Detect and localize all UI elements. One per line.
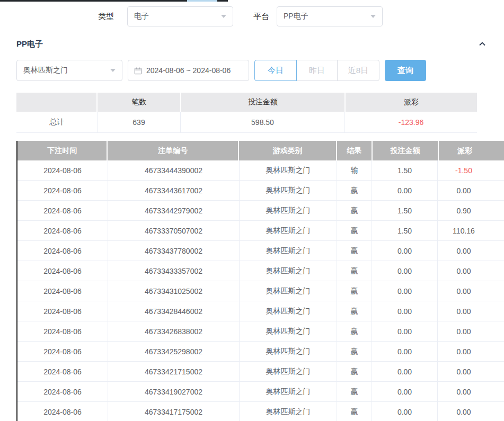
cell-game-type: 奥林匹斯之门 xyxy=(239,362,337,381)
summary-header-payout: 派彩 xyxy=(346,93,477,112)
cell-result: 赢 xyxy=(337,342,372,361)
cell-order-no: 46733437780002 xyxy=(108,241,239,261)
date-range-picker[interactable]: 2024-08-06 ~ 2024-08-06 xyxy=(128,60,249,81)
cell-result: 赢 xyxy=(337,362,372,381)
table-row: 2024-08-0646733442979002奥林匹斯之门赢1.500.90 xyxy=(17,201,504,221)
table-row: 2024-08-0646733431025002奥林匹斯之门赢0.000.00 xyxy=(17,281,504,301)
cell-result: 赢 xyxy=(337,181,372,200)
cell-bet-amount: 0.00 xyxy=(372,281,437,301)
cell-bet-time: 2024-08-06 xyxy=(17,402,108,421)
cell-game-type: 奥林匹斯之门 xyxy=(239,321,337,341)
cell-bet-time: 2024-08-06 xyxy=(17,241,108,261)
cell-payout: 0.00 xyxy=(437,321,503,341)
cell-order-no: 46733417175002 xyxy=(108,402,239,421)
chevron-down-icon xyxy=(221,15,226,18)
records-table: 下注时间 注单编号 游戏类别 结果 投注金额 派彩 2024-08-064673… xyxy=(17,141,504,421)
cell-order-no: 46733444390002 xyxy=(108,160,239,180)
cell-bet-time: 2024-08-06 xyxy=(17,160,108,180)
calendar-icon xyxy=(134,67,142,75)
cell-result: 赢 xyxy=(337,261,372,281)
quick-date-button-group: 今日 昨日 近8日 xyxy=(254,60,379,81)
cell-bet-amount: 0.00 xyxy=(372,342,437,361)
cell-bet-time: 2024-08-06 xyxy=(17,342,108,361)
cell-order-no: 46733428446002 xyxy=(108,301,239,321)
type-select-value: 电子 xyxy=(134,12,149,21)
cell-bet-amount: 1.50 xyxy=(372,221,437,240)
cell-result: 赢 xyxy=(337,301,372,321)
table-row: 2024-08-0646733443617002奥林匹斯之门赢0.000.00 xyxy=(17,181,504,201)
cell-bet-time: 2024-08-06 xyxy=(17,281,108,301)
section-title: PP电子 xyxy=(16,39,43,49)
cell-bet-time: 2024-08-06 xyxy=(17,382,108,401)
game-select-value: 奥林匹斯之门 xyxy=(23,66,68,75)
cell-result: 赢 xyxy=(337,221,372,240)
table-row: 2024-08-0646733425298002奥林匹斯之门赢0.000.00 xyxy=(17,342,504,362)
cell-game-type: 奥林匹斯之门 xyxy=(239,281,337,301)
cell-payout: 0.00 xyxy=(437,301,503,321)
cell-payout: -1.50 xyxy=(437,160,503,180)
cell-order-no: 46733426838002 xyxy=(108,321,239,341)
cell-bet-amount: 1.50 xyxy=(372,201,437,220)
cell-payout: 0.00 xyxy=(437,281,503,301)
cell-bet-amount: 1.50 xyxy=(372,160,437,180)
summary-total-row: 总计 639 598.50 -123.96 xyxy=(16,112,477,133)
chevron-up-icon xyxy=(478,40,487,48)
cell-bet-time: 2024-08-06 xyxy=(17,221,108,240)
cell-payout: 110.16 xyxy=(437,221,503,240)
chevron-down-icon xyxy=(370,15,376,18)
cell-payout: 0.00 xyxy=(437,362,503,381)
cell-game-type: 奥林匹斯之门 xyxy=(239,181,337,200)
table-row: 2024-08-0646733444390002奥林匹斯之门输1.50-1.50 xyxy=(17,160,504,181)
cell-game-type: 奥林匹斯之门 xyxy=(239,241,337,261)
cell-payout: 0.00 xyxy=(437,261,503,281)
summary-header-empty xyxy=(16,93,96,112)
cell-order-no: 46733443617002 xyxy=(108,181,239,200)
cell-bet-time: 2024-08-06 xyxy=(17,261,108,281)
summary-table: 笔数 投注金额 派彩 总计 639 598.50 -123.96 xyxy=(16,93,477,133)
page: 类型 电子 平台 PP电子 PP电子 奥林匹斯之门 xyxy=(0,0,504,421)
filter-row-type-platform: 类型 电子 平台 PP电子 xyxy=(0,6,504,26)
type-select[interactable]: 电子 xyxy=(127,6,233,26)
platform-select[interactable]: PP电子 xyxy=(277,6,383,26)
yesterday-button[interactable]: 昨日 xyxy=(296,60,338,81)
cell-bet-time: 2024-08-06 xyxy=(17,301,108,321)
search-button[interactable]: 查询 xyxy=(385,60,426,81)
summary-header-bet-amount: 投注金额 xyxy=(181,93,344,112)
header-payout: 派彩 xyxy=(439,141,504,160)
table-row: 2024-08-0646733437780002奥林匹斯之门赢0.000.00 xyxy=(17,241,504,261)
table-row: 2024-08-0646733433357002奥林匹斯之门赢0.000.00 xyxy=(17,261,504,281)
records-table-header: 下注时间 注单编号 游戏类别 结果 投注金额 派彩 xyxy=(17,141,504,160)
date-range-value: 2024-08-06 ~ 2024-08-06 xyxy=(146,66,231,75)
header-game-type: 游戏类别 xyxy=(239,141,335,160)
top-bar-highlight xyxy=(187,0,217,2)
summary-header-count: 笔数 xyxy=(98,93,180,112)
game-select[interactable]: 奥林匹斯之门 xyxy=(16,60,122,81)
records-table-body: 2024-08-0646733444390002奥林匹斯之门输1.50-1.50… xyxy=(17,160,504,421)
header-order-no: 注单编号 xyxy=(108,141,238,160)
cell-bet-time: 2024-08-06 xyxy=(17,201,108,220)
summary-table-header: 笔数 投注金额 派彩 xyxy=(16,93,477,112)
cell-bet-amount: 0.00 xyxy=(372,362,437,381)
cell-result: 赢 xyxy=(337,402,372,421)
cell-game-type: 奥林匹斯之门 xyxy=(239,160,337,180)
cell-result: 赢 xyxy=(337,201,372,220)
cell-result: 赢 xyxy=(337,241,372,261)
cell-game-type: 奥林匹斯之门 xyxy=(239,301,337,321)
cell-order-no: 46733370507002 xyxy=(108,221,239,240)
table-row: 2024-08-0646733417175002奥林匹斯之门赢0.000.00 xyxy=(17,402,504,421)
cell-order-no: 46733419027002 xyxy=(108,382,239,401)
cell-payout: 0.00 xyxy=(437,181,503,200)
table-row: 2024-08-0646733419027002奥林匹斯之门赢0.000.00 xyxy=(17,382,504,402)
today-button[interactable]: 今日 xyxy=(254,60,297,81)
cell-result: 赢 xyxy=(337,382,372,401)
last-8-days-button[interactable]: 近8日 xyxy=(337,60,379,81)
cell-payout: 0.00 xyxy=(437,241,503,261)
cell-payout: 0.00 xyxy=(437,342,503,361)
cell-order-no: 46733421715002 xyxy=(108,362,239,381)
cell-bet-amount: 0.00 xyxy=(372,382,437,401)
cell-bet-amount: 0.00 xyxy=(372,321,437,341)
header-bet-amount: 投注金额 xyxy=(373,141,438,160)
collapse-button[interactable] xyxy=(477,39,488,49)
cell-game-type: 奥林匹斯之门 xyxy=(239,221,337,240)
cell-payout: 0.00 xyxy=(437,402,503,421)
